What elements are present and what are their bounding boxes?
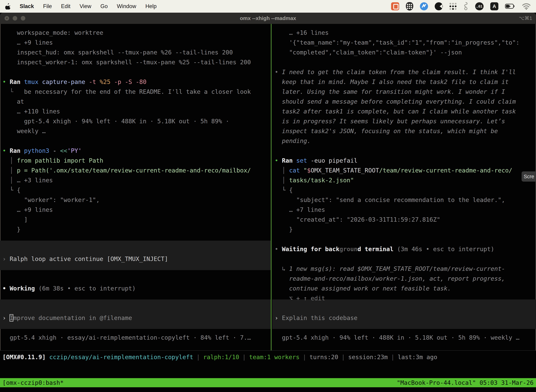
menu-bar: Slack File Edit View Go Window Help ..61	[0, 0, 536, 13]
thinking-text: inspect task2's JSON, focusing on the st…	[275, 126, 498, 136]
terminal-line: }	[2, 224, 20, 234]
terminal-line: └ {	[2, 185, 20, 195]
terminal-line: '{"team_name":"my-team","task_id":"1","f…	[275, 37, 519, 47]
text-cursor: I	[10, 314, 13, 321]
omx-turns: turns:20	[310, 354, 338, 361]
terminal-line: "completed","claim_token":"claim-token"}…	[275, 47, 462, 57]
screen: Slack File Edit View Go Window Help ..61	[0, 0, 536, 392]
right-pane[interactable]: … +16 lines '{"team_name":"my-team","tas…	[272, 24, 536, 350]
shield-grid-icon[interactable]	[406, 2, 413, 10]
count-badge[interactable]: ..61	[475, 2, 483, 10]
terminal-line: │ … +3 lines	[2, 175, 53, 185]
menu-left: Slack File Edit View Go Window Help	[5, 3, 157, 9]
terminal-line: │ tasks/task-2.json"	[275, 175, 354, 185]
menu-item-edit[interactable]: Edit	[61, 3, 70, 9]
model-status-line: gpt-5.4 xhigh · 94% left · 488K in · 5.1…	[275, 333, 519, 342]
terminal-line: "subject": "send a concise recommendatio…	[275, 195, 505, 205]
terminal-line: … +9 lines	[2, 37, 53, 47]
terminal-line: … +9 lines	[2, 205, 53, 215]
blue-badge-icon[interactable]	[420, 2, 428, 10]
wifi-icon[interactable]	[522, 3, 531, 10]
omx-ralph-count: ralph:1/10	[203, 354, 239, 361]
thinking-text: later. Using the same for transition mig…	[275, 87, 505, 97]
thinking-text: should send a message before completing …	[275, 97, 516, 107]
terminal-line: │ p = Path('.omx/state/team/review-curre…	[2, 165, 251, 175]
dots-grid-icon[interactable]	[450, 3, 456, 10]
screen-share-overlay[interactable]: Scre	[522, 171, 536, 182]
hook-icon[interactable]	[463, 2, 469, 11]
message-note: continue assigned work or next feasible …	[275, 284, 451, 293]
terminal-line: workspace_mode: worktree	[2, 28, 103, 37]
terminal-line: … +7 lines	[275, 205, 325, 215]
apple-menu-icon[interactable]	[5, 3, 10, 9]
menu-app-name[interactable]: Slack	[20, 3, 34, 9]
omx-version: [OMX#0.11.9]	[2, 354, 46, 361]
menu-item-go[interactable]: Go	[100, 3, 108, 9]
terminal: workspace_mode: worktree … +9 lines insp…	[0, 24, 536, 392]
inject-banner-text: › Ralph loop active continue [OMX_TMUX_I…	[2, 254, 168, 264]
prompt-input-left-text[interactable]: › Improve documentation in @filename	[2, 313, 132, 323]
left-pane[interactable]: workspace_mode: worktree … +9 lines insp…	[0, 24, 271, 350]
terminal-line: │ cat "$OMX_TEAM_STATE_ROOT/team/review-…	[275, 165, 512, 175]
terminal-line: … +16 lines	[275, 28, 329, 37]
menu-item-view[interactable]: View	[80, 3, 91, 9]
tmux-status-bar: [omx-cczip0:bash* "MacBook-Pro-44.local"…	[0, 378, 536, 387]
terminal-line: }	[275, 224, 293, 234]
omx-status-line: [OMX#0.11.9] cczip/essay/ai-reimplementa…	[2, 352, 437, 362]
chat-app-icon-tail	[393, 8, 395, 10]
screen-share-overlay-label: Scre	[524, 174, 534, 179]
window-titlebar[interactable]: omx --xhigh --madmax ⌥⌘1	[0, 13, 536, 24]
a-key-icon[interactable]: A	[490, 2, 498, 10]
terminal-line: ]	[2, 215, 28, 224]
terminal-line: inspect_worker-1: omx sparkshell --tmux-…	[2, 57, 251, 67]
tmux-host-clock: "MacBook-Pro-44.local" 05:03 31-Mar-26	[397, 379, 534, 386]
thinking-text: pending.	[275, 136, 311, 146]
window-title: omx --xhigh --madmax	[0, 13, 536, 24]
message-note: ↳ 1 new msg(s): read $OMX_TEAM_STATE_ROO…	[275, 264, 505, 274]
thinking-text: keep that in mind. Maybe I also need the…	[275, 77, 509, 87]
terminal-line: … +110 lines	[2, 107, 60, 116]
chat-app-icon[interactable]	[391, 2, 399, 10]
menu-item-window[interactable]: Window	[117, 3, 136, 9]
omx-session-path: cczip/essay/ai-reimplementation-copyleft	[49, 354, 193, 361]
terminal-line: inspect_hud: omx sparkshell --tmux-pane …	[2, 47, 233, 57]
message-note: readme-and-reco/mailbox/worker-1.json, a…	[275, 274, 505, 284]
menu-item-file[interactable]: File	[43, 3, 52, 9]
waiting-status: • Waiting for background terminal (3m 46…	[275, 244, 494, 254]
terminal-line: │ from pathlib import Path	[2, 156, 103, 165]
edit-shortcut-hint: ⌥ + ↑ edit	[275, 293, 325, 303]
ran-set-command: • Ran set -euo pipefail	[275, 156, 358, 165]
thinking-text: • I need to get the claim token from the…	[275, 67, 516, 77]
status-separator	[0, 350, 536, 351]
terminal-line: "created_at": "2026-03-31T11:59:27.816Z"	[275, 215, 440, 224]
model-status-line: gpt-5.4 xhigh · essay/ai-reimplementatio…	[2, 333, 251, 342]
prompt-input-right-text[interactable]: › Explain this codebase	[275, 313, 358, 323]
omx-team-workers: team:1 workers	[249, 354, 300, 361]
thinking-text: task2 after task1 is complete, but can I…	[275, 107, 516, 116]
terminal-line: gpt-5.4 xhigh · 94% left · 488K in · 5.1…	[2, 116, 229, 126]
menu-item-help[interactable]: Help	[145, 3, 157, 9]
terminal-line: └ be necessary for the end of the README…	[2, 87, 251, 97]
ran-tmux-command: • Ran tmux capture-pane -t %25 -p -S -80	[2, 77, 147, 87]
terminal-line: weekly …	[2, 126, 46, 136]
battery-icon[interactable]	[505, 4, 515, 9]
menu-status-icons: ..61 A	[391, 2, 531, 11]
tmux-session-name: [omx-cczip0:bash*	[2, 379, 64, 386]
pane-divider[interactable]	[271, 24, 272, 350]
ran-python-command: • Ran python3 - <<'PY'	[2, 146, 81, 156]
omx-last-activity: last:3m ago	[398, 354, 437, 361]
working-status: • Working (6m 38s • esc to interrupt)	[2, 284, 136, 293]
window-shortcut-hint: ⌥⌘1	[519, 13, 532, 24]
omx-session-time: session:23m	[348, 354, 388, 361]
terminal-line: └ {	[275, 185, 293, 195]
media-circle-icon[interactable]	[435, 2, 443, 10]
terminal-line: "worker": "worker-1",	[2, 195, 100, 205]
thinking-text: is in progress? It seems likely but perh…	[275, 116, 505, 126]
terminal-line: at	[2, 97, 24, 107]
